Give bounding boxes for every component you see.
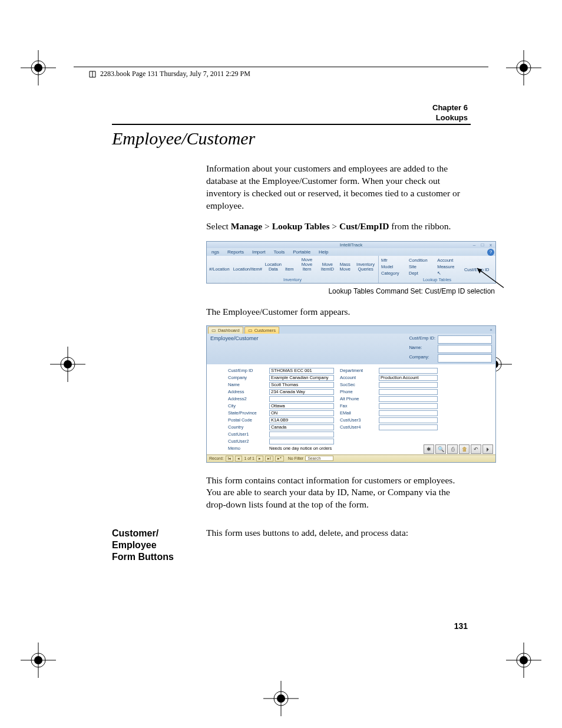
record-position: 1 of 1 — [244, 456, 254, 460]
field-input[interactable] — [269, 368, 334, 374]
field-label: CustUser4 — [340, 424, 373, 430]
undo-button[interactable]: ↶ — [471, 444, 481, 454]
help-icon[interactable]: ? — [487, 249, 494, 256]
field-input[interactable] — [269, 424, 334, 430]
memo-value[interactable]: Needs one day notice on orders — [269, 446, 438, 451]
field-input[interactable] — [269, 431, 334, 437]
nav-prev-button[interactable]: ◂ — [235, 456, 242, 462]
ribbon-item[interactable]: Location/Item# — [233, 267, 262, 272]
field-input[interactable] — [379, 382, 438, 388]
field-input[interactable] — [269, 389, 334, 395]
field-input[interactable] — [379, 410, 438, 416]
field-input[interactable] — [269, 439, 334, 444]
record-label: Record: — [209, 456, 224, 460]
page-number: 131 — [454, 621, 468, 631]
nav-first-button[interactable]: I◂ — [226, 456, 234, 462]
header-rule — [74, 67, 488, 67]
ribbon-tab[interactable]: Portable — [293, 249, 310, 255]
nav-next-button[interactable]: ▸ — [256, 456, 263, 462]
ribbon-tab[interactable]: Import — [252, 249, 266, 255]
ribbon-screenshot: IntelliTrack – □ x ngs Reports Import To… — [206, 241, 496, 284]
ribbon-item[interactable]: Measure — [437, 264, 458, 269]
field-label — [340, 439, 373, 444]
subsection-body: This form uses buttons to add, delete, a… — [206, 528, 471, 563]
field-label: Fax — [340, 403, 373, 409]
field-input[interactable] — [269, 410, 334, 416]
new-record-button[interactable]: ✱ — [424, 444, 434, 454]
maximize-icon[interactable]: □ — [479, 242, 486, 248]
field-label: Alt Phone — [340, 396, 373, 402]
field-label: Phone — [340, 389, 373, 395]
ribbon-item[interactable]: Item — [285, 267, 294, 272]
ribbon-group-label: Inventory — [209, 277, 376, 282]
ribbon-tab[interactable]: Help — [319, 249, 328, 255]
header-book-info: 2283.book Page 131 Thursday, July 7, 201… — [88, 70, 250, 78]
nav-last-button[interactable]: ▸I — [265, 456, 273, 462]
field-input[interactable] — [379, 424, 438, 430]
print-button[interactable]: ⎙ — [447, 444, 458, 454]
find-button[interactable]: 🔍 — [435, 444, 446, 454]
ribbon-item[interactable]: Condition — [409, 258, 431, 263]
ribbon-tabs: ngs Reports Import Tools Portable Help ? — [207, 248, 495, 256]
close-tab-icon[interactable]: × — [488, 327, 494, 334]
ribbon-tab[interactable]: Tools — [274, 249, 285, 255]
no-filter-label: No Filter — [288, 456, 303, 460]
field-input[interactable] — [379, 389, 438, 395]
ribbon-group-lookup: Mfr Condition Account Model Site Measure… — [379, 256, 495, 283]
field-label: City — [228, 403, 263, 409]
field-label: Department — [340, 368, 373, 374]
field-input[interactable] — [269, 417, 334, 423]
tab-dashboard[interactable]: ▭Dashboard — [208, 327, 243, 334]
field-input[interactable] — [269, 382, 334, 388]
search-company-input[interactable] — [438, 354, 492, 363]
ribbon-item[interactable]: Site — [409, 264, 431, 269]
field-input[interactable] — [379, 396, 438, 402]
crop-mark-icon — [506, 50, 541, 85]
chapter-header: Chapter 6 Lookups — [432, 103, 468, 123]
ribbon-item[interactable]: Move ItemID — [320, 262, 335, 272]
ribbon-item[interactable]: Move Move Item — [297, 258, 317, 272]
ribbon-tab[interactable]: Reports — [227, 249, 244, 255]
chapter-number: Chapter 6 — [432, 103, 468, 113]
field-input[interactable] — [269, 375, 334, 381]
form-appears-text: The Employee/Customer form appears. — [206, 306, 471, 318]
delete-button[interactable]: 🗑 — [459, 444, 470, 454]
field-label: Postal Code — [228, 417, 263, 423]
field-input[interactable] — [269, 403, 334, 409]
ribbon-item[interactable]: Category — [381, 271, 403, 276]
ribbon-tab[interactable]: ngs — [211, 249, 219, 255]
close-icon[interactable]: x — [487, 242, 494, 248]
ribbon-item[interactable]: Mfr — [381, 258, 403, 263]
field-label: Address2 — [228, 396, 263, 402]
intro-paragraph: Information about your customers and emp… — [206, 163, 471, 212]
field-label: EMail — [340, 410, 373, 416]
ribbon-item[interactable]: Location Data — [265, 262, 282, 272]
ribbon-item[interactable]: Model — [381, 264, 403, 269]
ribbon-item-cust-emp-id[interactable]: Cust/Emp ID — [464, 267, 493, 272]
ribbon-titlebar: IntelliTrack – □ x — [207, 242, 495, 248]
ribbon-item[interactable]: Dept — [409, 271, 431, 276]
search-name-input[interactable] — [438, 345, 492, 353]
field-input[interactable] — [379, 417, 438, 423]
field-label: Address — [228, 389, 263, 395]
field-label: State/Province — [228, 410, 263, 416]
nav-new-button[interactable]: ▸* — [275, 456, 284, 462]
field-input[interactable] — [379, 375, 438, 381]
ribbon-item[interactable]: #/Location — [209, 267, 230, 272]
field-label: Account — [340, 375, 373, 381]
ribbon-item[interactable]: Inventory Queries — [355, 262, 376, 272]
search-box[interactable]: Search — [305, 456, 333, 461]
close-button[interactable]: ⏵ — [482, 444, 493, 454]
search-custempid-input[interactable] — [438, 335, 492, 344]
record-navigator: Record: I◂ ◂ 1 of 1 ▸ ▸I ▸* No Filter Se… — [207, 454, 495, 462]
field-input[interactable] — [379, 403, 438, 409]
field-input[interactable] — [269, 396, 334, 402]
form-title: Employee/Customer — [210, 335, 259, 363]
tab-customers[interactable]: ▭Customers — [244, 327, 279, 334]
crop-mark-icon — [263, 681, 299, 716]
ribbon-item[interactable]: Mass Move — [338, 262, 352, 272]
minimize-icon[interactable]: – — [471, 242, 478, 248]
field-input[interactable] — [379, 368, 438, 374]
search-label: Name: — [409, 345, 435, 353]
ribbon-item[interactable]: Account — [437, 258, 458, 263]
